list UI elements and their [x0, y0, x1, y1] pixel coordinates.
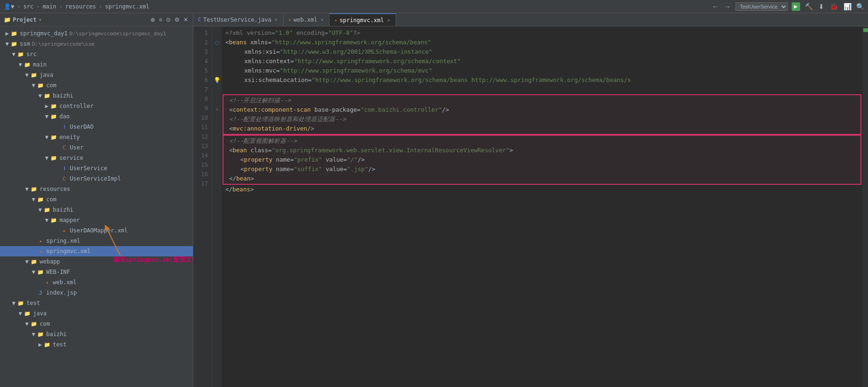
tree-item-eneity[interactable]: ▼ 📁 eneity — [0, 132, 193, 142]
tree-item-indexjsp[interactable]: J index.jsp — [0, 288, 193, 298]
line-num-4: 4 — [193, 57, 212, 66]
tree-item-webinf[interactable]: ▼ 📁 WEB-INF — [0, 267, 193, 277]
expand-icon: ▼ — [24, 186, 30, 192]
line-num-5: 5 — [193, 66, 212, 75]
tree-item-test-test[interactable]: ▶ 📁 test — [0, 339, 193, 350]
annotation-arrow — [97, 218, 134, 265]
code-line-17: </beans> — [222, 185, 862, 194]
code-line-3: xmlns:xsi="http://www.w3.org/2001/XMLSch… — [222, 47, 862, 57]
folder-name: main — [33, 61, 47, 68]
tab-springmvcxml[interactable]: ✦ springmvc.xml ✕ — [330, 13, 396, 26]
tree-item-main[interactable]: ▼ 📁 main — [0, 59, 193, 70]
update-button[interactable]: ⬇ — [818, 2, 825, 11]
breadcrumb: 👤▼ › src › main › resources › springmvc.… — [4, 3, 149, 10]
tree-item-userservice[interactable]: Ⅰ UserService — [0, 163, 193, 173]
tab-close-testuserservice[interactable]: ✕ — [274, 16, 279, 23]
tree-item-user[interactable]: C User — [0, 142, 193, 153]
tree-item-springmvc-day1[interactable]: ▶ 📁 springmvc_day1 D:\springmvccode\spri… — [0, 28, 193, 39]
sidebar-title: 📁 Project ▾ — [4, 16, 42, 23]
expand-icon: ▼ — [30, 331, 37, 338]
folder-name: webapp — [40, 258, 60, 265]
folder-name: baizhi — [53, 206, 73, 213]
line-num-2: 2 — [193, 38, 212, 47]
gutter-line-6: 💡 — [212, 75, 222, 85]
tree-item-baizhi2[interactable]: ▼ 📁 baizhi — [0, 205, 193, 215]
tree-item-src[interactable]: ▼ 📁 src — [0, 49, 193, 59]
tabs-bar: C TestUserService.java ✕ ✦ web.xml ✕ ✦ s… — [193, 13, 868, 26]
add-folder-button[interactable]: ⊕ — [149, 16, 156, 24]
gutter-line-17 — [212, 179, 222, 189]
folder-icon: 📁 — [43, 206, 51, 214]
code-line-7 — [222, 85, 862, 94]
code-line-1: <?xml version="1.0" encoding="UTF-8"?> — [222, 28, 862, 38]
folder-name: controller — [59, 103, 93, 109]
settings-button[interactable]: ⚙ — [174, 16, 181, 24]
tree-item-java[interactable]: ▼ 📁 java — [0, 70, 193, 80]
tree-item-ssm[interactable]: ▼ 📁 ssm D:\springmvccode\ssm — [0, 39, 193, 49]
gutter-line-11 — [212, 123, 222, 132]
run-button[interactable]: ▶ — [792, 2, 800, 11]
expand-icon: ▼ — [24, 321, 30, 327]
folder-icon: 📁 — [30, 320, 38, 328]
bookmark-icon[interactable]: ⬡ — [215, 40, 219, 45]
gutter-line-8 — [212, 94, 222, 104]
gutter-line-13 — [212, 141, 222, 151]
tree-item-test-baizhi[interactable]: ▼ 📁 baizhi — [0, 329, 193, 339]
code-editor[interactable]: <?xml version="1.0" encoding="UTF-8"?> <… — [222, 26, 862, 387]
line-num-12: 12 — [193, 132, 212, 141]
tree-item-baizhi[interactable]: ▼ 📁 baizhi — [0, 91, 193, 101]
forward-button[interactable]: → — [723, 2, 732, 11]
jsp-icon: J — [37, 289, 44, 296]
java-tab-icon: C — [198, 17, 201, 22]
folder-icon: 📁 — [50, 154, 58, 162]
folder-name: com — [46, 82, 57, 89]
tab-webxml[interactable]: ✦ web.xml ✕ — [284, 13, 330, 26]
tree-item-dao[interactable]: ▼ 📁 dao — [0, 111, 193, 122]
folder-icon: 📁 — [37, 82, 44, 89]
project-path: D:\springmvccode\ssm — [32, 41, 94, 47]
sidebar-header: 📁 Project ▾ ⊕ ≡ ⊙ ⚙ ✕ — [0, 13, 193, 26]
tab-testuserservice[interactable]: C TestUserService.java ✕ — [193, 13, 284, 26]
file-name: index.jsp — [46, 289, 77, 296]
search-button[interactable]: 🔍 — [856, 3, 864, 10]
tree-item-test-com[interactable]: ▼ 📁 com — [0, 319, 193, 329]
scroll-to-source-button[interactable]: ⊙ — [165, 16, 172, 24]
code-line-13: <bean class="org.springframework.web.ser… — [225, 146, 859, 155]
back-button[interactable]: ← — [711, 2, 719, 11]
tree-item-test-java[interactable]: ▼ 📁 java — [0, 308, 193, 319]
build-button[interactable]: 🔨 — [804, 2, 814, 11]
tab-label: web.xml — [294, 16, 318, 23]
folder-icon: 📁 — [4, 16, 11, 23]
bulb-icon[interactable]: 💡 — [214, 77, 221, 83]
folder-name: resources — [40, 186, 70, 192]
tree-item-com2[interactable]: ▼ 📁 com — [0, 194, 193, 205]
debug-button[interactable]: 🐞 — [829, 2, 839, 11]
gutter: ⬡ 💡 ⚠ — [212, 26, 222, 387]
collapse-button[interactable]: ≡ — [158, 16, 163, 24]
folder-name: eneity — [59, 134, 80, 140]
tree-item-service[interactable]: ▼ 📁 service — [0, 153, 193, 163]
code-line-4: xmlns:context="http://www.springframewor… — [222, 57, 862, 66]
tab-close-webxml[interactable]: ✕ — [320, 16, 324, 23]
tree-item-test[interactable]: ▼ 📁 test — [0, 298, 193, 308]
tree-item-com[interactable]: ▼ 📁 com — [0, 80, 193, 91]
project-path: D:\springmvccode\springmvc_day1 — [69, 31, 166, 37]
config-dropdown[interactable]: TestUserService — [736, 2, 788, 11]
gutter-mark-ok — [863, 28, 868, 32]
tree-item-userserviceimpl[interactable]: C UserServiceImpl — [0, 173, 193, 184]
tree-item-webxml[interactable]: ✦ web.xml — [0, 277, 193, 288]
expand-icon: ▶ — [37, 341, 43, 348]
profile-button[interactable]: 📊 — [843, 2, 852, 11]
breadcrumb-file: springmvc.xml — [105, 3, 149, 10]
close-sidebar-button[interactable]: ✕ — [182, 16, 189, 24]
gutter-line-3 — [212, 47, 222, 57]
tree-item-resources[interactable]: ▼ 📁 resources — [0, 184, 193, 194]
user-icon[interactable]: 👤▼ — [4, 3, 14, 10]
right-gutter — [862, 26, 868, 387]
expand-icon: ▼ — [37, 92, 43, 99]
tree-item-userdao[interactable]: Ⅰ UserDAO — [0, 122, 193, 132]
tree-item-controller[interactable]: ▶ 📁 controller — [0, 101, 193, 111]
line-numbers: 1 2 3 4 5 6 7 8 9 10 11 12 13 14 15 16 1… — [193, 26, 212, 387]
gutter-line-14 — [212, 151, 222, 160]
tab-close-springmvcxml[interactable]: ✕ — [386, 17, 391, 23]
